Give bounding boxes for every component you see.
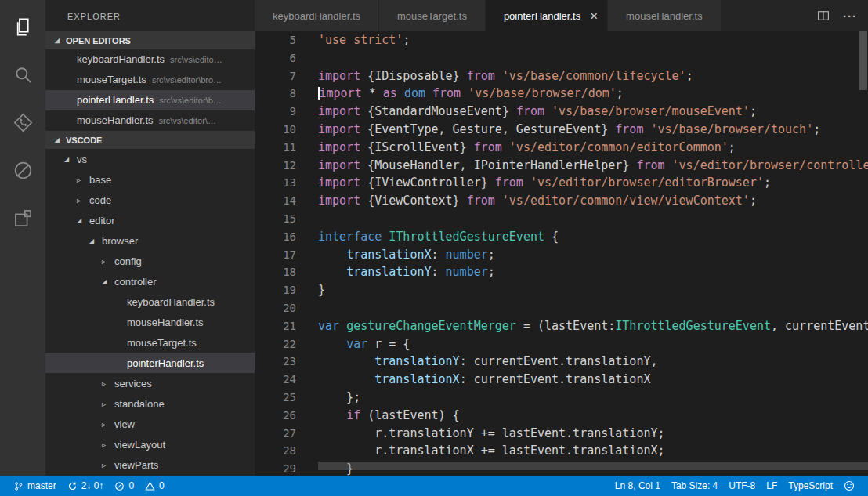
code-line-18: 18 translationY: number; — [255, 263, 868, 281]
folder-section-header[interactable]: VSCODE — [45, 131, 255, 149]
status-language-mode[interactable]: TypeScript — [783, 476, 838, 496]
line-content — [296, 299, 318, 317]
code-line-17: 17 translationX: number; — [255, 246, 868, 264]
chevron-expanded-icon — [55, 37, 66, 44]
chevron-collapsed-icon: ▹ — [102, 379, 114, 388]
tree-item-config[interactable]: ▹config — [45, 251, 255, 271]
line-content: import {IViewController} from 'vs/editor… — [296, 174, 771, 192]
tree-item-view[interactable]: ▹view — [45, 414, 255, 434]
status-eol[interactable]: LF — [761, 476, 783, 496]
code-line-25: 25 }; — [255, 389, 868, 407]
status-errors[interactable]: 0 — [109, 476, 139, 496]
tree-item-controller[interactable]: ◢controller — [45, 271, 255, 291]
tree-label: standalone — [114, 398, 165, 410]
tree-item-vs[interactable]: ◢vs — [45, 149, 255, 169]
close-icon[interactable]: × — [590, 9, 598, 23]
tab-mouseHandler.ts[interactable]: mouseHandler.ts — [608, 0, 722, 31]
tab-mouseTarget.ts[interactable]: mouseTarget.ts — [379, 0, 486, 31]
line-content: translationY: number; — [296, 263, 495, 281]
tree-item-viewParts[interactable]: ▹viewParts — [45, 454, 255, 475]
activity-item-source-control[interactable] — [0, 99, 45, 147]
status-bar-right: Ln 8, Col 1Tab Size: 4UTF-8LFTypeScript — [609, 476, 860, 496]
line-number: 8 — [255, 85, 296, 103]
line-content: import {StandardMouseEvent} from 'vs/bas… — [296, 103, 757, 121]
sidebar-explorer: EXPLORER OPEN EDITORS keyboardHandler.ts… — [45, 0, 255, 476]
tree-item-standalone[interactable]: ▹standalone — [45, 393, 255, 414]
activity-item-debug[interactable] — [0, 147, 45, 194]
code-editor[interactable]: 5'use strict';67import {IDisposable} fro… — [255, 31, 868, 476]
code-line-5: 5'use strict'; — [255, 31, 868, 49]
git-branch-icon — [13, 481, 24, 491]
folder-tree: ◢vs▹base▹code◢editor◢browser▹config◢cont… — [45, 149, 255, 476]
code-line-9: 9import {StandardMouseEvent} from 'vs/ba… — [255, 103, 868, 121]
more-actions-icon[interactable]: ··· — [843, 9, 857, 23]
line-content: var r = { — [296, 335, 410, 353]
code-line-19: 19} — [255, 281, 868, 299]
status-cursor-position[interactable]: Ln 8, Col 1 — [609, 476, 666, 496]
open-editor-mouseTarget.ts[interactable]: mouseTarget.tssrc\vs\editor\bro… — [45, 70, 255, 90]
open-editor-keyboardHandler.ts[interactable]: keyboardHandler.tssrc\vs\edito… — [45, 49, 255, 70]
code-line-15: 15 — [255, 210, 868, 228]
chevron-collapsed-icon: ▹ — [77, 176, 89, 184]
line-number: 20 — [255, 299, 296, 317]
open-editor-pointerHandler.ts[interactable]: pointerHandler.tssrc\vs\editor\b… — [45, 90, 255, 110]
error-icon — [114, 481, 125, 491]
tab-pointerHandler.ts[interactable]: pointerHandler.ts× — [486, 0, 608, 31]
tree-item-keyboardHandler.ts[interactable]: keyboardHandler.ts — [45, 291, 255, 312]
file-name: mouseTarget.ts — [77, 74, 146, 85]
smiley-icon — [844, 480, 855, 491]
tree-label: mouseHandler.ts — [127, 317, 204, 328]
line-content: translationY: currentEvent.translationY, — [296, 353, 658, 371]
vscode-window: EXPLORER OPEN EDITORS keyboardHandler.ts… — [0, 0, 868, 496]
code-line-10: 10import {EventType, Gesture, GestureEve… — [255, 121, 868, 139]
tree-item-browser[interactable]: ◢browser — [45, 230, 255, 251]
chevron-expanded-icon: ◢ — [64, 156, 77, 163]
code-line-23: 23 translationY: currentEvent.translatio… — [255, 353, 868, 371]
tree-item-pointerHandler.ts[interactable]: pointerHandler.ts — [45, 353, 255, 373]
activity-item-search[interactable] — [0, 51, 45, 99]
file-path: src\vs\edito… — [170, 55, 222, 64]
status-git-branch[interactable]: master — [8, 476, 62, 496]
tree-item-mouseTarget.ts[interactable]: mouseTarget.ts — [45, 332, 255, 353]
activity-item-extensions[interactable] — [0, 194, 45, 242]
open-editor-mouseHandler.ts[interactable]: mouseHandler.tssrc\vs\editor\… — [45, 110, 255, 131]
split-editor-icon[interactable] — [816, 9, 830, 23]
status-encoding[interactable]: UTF-8 — [723, 476, 761, 496]
status-feedback[interactable] — [838, 476, 860, 496]
warning-icon — [145, 481, 155, 491]
activity-item-files[interactable] — [0, 3, 45, 51]
tab-bar: keyboardHandler.tsmouseTarget.tspointerH… — [255, 0, 868, 31]
line-number: 15 — [255, 210, 296, 228]
status-bar: master2↓ 0↑00 Ln 8, Col 1Tab Size: 4UTF-… — [0, 476, 868, 496]
file-path: src\vs\editor\bro… — [152, 75, 222, 85]
status-warnings[interactable]: 0 — [139, 476, 170, 496]
tree-label: controller — [114, 276, 156, 288]
tab-keyboardHandler.ts[interactable]: keyboardHandler.ts — [255, 0, 379, 31]
code-line-24: 24 translationX: currentEvent.translatio… — [255, 371, 868, 389]
tree-item-services[interactable]: ▹services — [45, 373, 255, 393]
line-content: r.translationY += lastEvent.translationY… — [296, 425, 665, 443]
open-editors-header[interactable]: OPEN EDITORS — [45, 31, 255, 49]
tree-item-viewLayout[interactable]: ▹viewLayout — [45, 434, 255, 454]
line-number: 13 — [255, 174, 296, 192]
tree-label: view — [114, 418, 135, 430]
line-content: interface IThrottledGestureEvent { — [296, 228, 559, 246]
tree-item-base[interactable]: ▹base — [45, 169, 255, 190]
search-icon — [13, 64, 34, 85]
workbench: EXPLORER OPEN EDITORS keyboardHandler.ts… — [0, 0, 868, 476]
open-editors-header-label: OPEN EDITORS — [66, 36, 131, 45]
status-sync-status[interactable]: 2↓ 0↑ — [62, 476, 110, 496]
tree-label: viewLayout — [114, 439, 165, 451]
tree-item-code[interactable]: ▹code — [45, 190, 255, 210]
vertical-scrollbar[interactable] — [859, 31, 867, 90]
line-number: 17 — [255, 246, 296, 264]
line-content: import {IDisposable} from 'vs/base/commo… — [296, 67, 693, 85]
tree-label: config — [114, 255, 142, 267]
horizontal-scrollbar[interactable] — [318, 462, 868, 470]
line-number: 22 — [255, 335, 296, 353]
line-number: 23 — [255, 353, 296, 371]
tree-item-mouseHandler.ts[interactable]: mouseHandler.ts — [45, 312, 255, 332]
line-content: import {MouseHandler, IPointerHandlerHel… — [296, 157, 868, 175]
status-tab-size[interactable]: Tab Size: 4 — [666, 476, 723, 496]
tree-item-editor[interactable]: ◢editor — [45, 210, 255, 230]
